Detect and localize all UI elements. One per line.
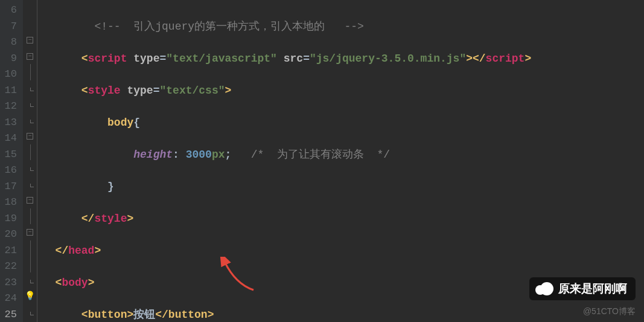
watermark-badge: 原来是阿刚啊 (529, 277, 636, 300)
line-number: 13 (2, 115, 17, 131)
fold-collapse-icon[interactable]: − (27, 37, 33, 43)
fold-end-icon (30, 88, 34, 91)
watermark-sub: @51CTO博客 (583, 306, 636, 317)
fold-collapse-icon[interactable]: − (27, 197, 33, 204)
fold-end-icon (30, 103, 34, 107)
line-number: 18 (2, 195, 17, 211)
code-line[interactable]: body{ (42, 115, 644, 131)
code-line[interactable]: } (42, 179, 644, 195)
fold-collapse-icon[interactable]: − (27, 229, 33, 236)
fold-end-icon (30, 280, 34, 283)
line-number: 12 (2, 98, 17, 115)
code-area[interactable]: <!-- 引入jquery的第一种方式，引入本地的 --> <script ty… (37, 0, 644, 322)
code-editor[interactable]: 6 7 8 9 10 11 12 13 14 15 16 17 18 19 20… (0, 0, 644, 322)
line-number: 10 (2, 66, 17, 83)
code-line[interactable]: <!-- 引入jquery的第一种方式，引入本地的 --> (42, 19, 644, 35)
code-line[interactable]: height: 3000px; /* 为了让其有滚动条 */ (42, 147, 644, 163)
line-number: 15 (2, 147, 17, 163)
line-number-current: 25 (2, 307, 17, 323)
code-line[interactable]: </style> (42, 211, 644, 227)
line-number: 19 (2, 211, 17, 227)
fold-end-icon (30, 312, 34, 315)
watermark-text: 原来是阿刚啊 (558, 281, 627, 297)
line-number: 22 (2, 259, 17, 275)
line-number: 23 (2, 275, 17, 291)
line-number: 14 (2, 130, 17, 147)
line-number: 24 (2, 291, 17, 307)
line-number: 9 (2, 51, 17, 67)
fold-gutter[interactable]: − − − − − 💡 (23, 0, 37, 322)
fold-collapse-icon[interactable]: − (27, 133, 33, 140)
fold-end-icon (30, 120, 34, 123)
line-number: 11 (2, 83, 17, 99)
line-number: 7 (2, 19, 17, 35)
lightbulb-icon[interactable]: 💡 (25, 291, 35, 301)
line-number: 16 (2, 163, 17, 179)
wechat-icon (535, 283, 553, 295)
line-number: 8 (2, 34, 17, 51)
code-line[interactable]: <style type="text/css"> (42, 83, 644, 99)
code-line[interactable]: <script type="text/javascript" src="js/j… (42, 51, 644, 67)
fold-end-icon (30, 167, 34, 171)
fold-collapse-icon[interactable]: − (27, 53, 33, 60)
code-line[interactable]: </head> (42, 243, 644, 259)
line-number: 6 (2, 2, 17, 19)
line-number: 21 (2, 243, 17, 259)
fold-end-icon (30, 184, 34, 187)
code-line[interactable]: <button>按钮</button> (42, 307, 644, 323)
line-number: 20 (2, 227, 17, 243)
line-number: 17 (2, 179, 17, 195)
line-number-gutter: 6 7 8 9 10 11 12 13 14 15 16 17 18 19 20… (0, 0, 23, 322)
